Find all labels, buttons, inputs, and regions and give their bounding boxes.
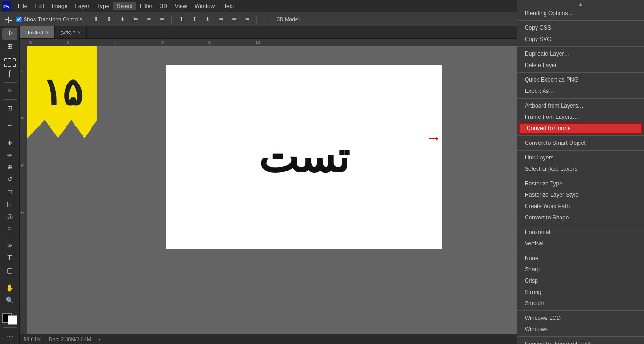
- show-transform-checkbox[interactable]: Show Transform Controls: [16, 17, 82, 22]
- ctx-copy-svg[interactable]: Copy SVG: [517, 34, 644, 45]
- ctx-crisp[interactable]: Crisp: [517, 275, 644, 286]
- menu-file[interactable]: File: [14, 2, 31, 10]
- eraser-tool[interactable]: ◻: [2, 186, 17, 197]
- distribute-left[interactable]: ⬅: [215, 14, 226, 25]
- ctx-horizontal[interactable]: Horizontal: [517, 227, 644, 238]
- menu-image[interactable]: Image: [48, 2, 71, 10]
- zoom-tool[interactable]: 🔍: [2, 294, 17, 306]
- ctx-strong[interactable]: Strong: [517, 286, 644, 298]
- align-right[interactable]: ➡: [156, 14, 167, 25]
- ctx-smooth[interactable]: Smooth: [517, 298, 644, 309]
- align-vcenter[interactable]: ⬆: [103, 14, 115, 25]
- ctx-vertical[interactable]: Vertical: [517, 238, 644, 249]
- eyedropper-tool[interactable]: ✒: [2, 120, 17, 131]
- align-bottom[interactable]: ⬇: [116, 14, 128, 25]
- ctx-create-work-path[interactable]: Create Work Path: [517, 201, 644, 212]
- svg-rect-3: [20, 46, 27, 334]
- menu-help[interactable]: Help: [218, 2, 238, 10]
- ctx-windows-lcd[interactable]: Windows LCD: [517, 312, 644, 324]
- ctx-convert-to-paragraph-text[interactable]: Convert to Paragraph Text: [517, 338, 644, 344]
- menu-3d[interactable]: 3D: [156, 2, 171, 10]
- svg-rect-2: [20, 39, 472, 46]
- distribute-vcenter[interactable]: ⬆: [189, 14, 200, 25]
- ctx-export-as[interactable]: Export As…: [517, 85, 644, 97]
- tab-close-untitled[interactable]: ×: [46, 30, 49, 35]
- distribute-right[interactable]: ➡: [241, 14, 253, 25]
- align-left[interactable]: ⬅: [130, 14, 141, 25]
- ctx-none[interactable]: None: [517, 252, 644, 264]
- text-tool[interactable]: T: [2, 252, 17, 264]
- ctx-windows[interactable]: Windows: [517, 324, 644, 335]
- history-tool[interactable]: ↺: [2, 174, 17, 185]
- magic-wand-tool[interactable]: ✧: [2, 85, 17, 96]
- ctx-rasterize-layer-style[interactable]: Rasterize Layer Style: [517, 189, 644, 201]
- ctx-scroll-up[interactable]: ▲: [517, 0, 644, 8]
- hand-tool[interactable]: ✋: [2, 282, 17, 294]
- distribute-top[interactable]: ⬆: [175, 14, 187, 25]
- doc-size: Doc: 2.88M/2.84M: [49, 336, 91, 342]
- heal-tool[interactable]: ✚: [2, 137, 17, 149]
- tool-sep-4: [3, 117, 17, 117]
- dodge-tool[interactable]: ○: [2, 223, 17, 234]
- canvas-document: تست: [166, 65, 442, 249]
- ctx-frame-from-layers[interactable]: Frame from Layers…: [517, 111, 644, 123]
- tab-untitled[interactable]: Untitled ×: [20, 26, 55, 38]
- gradient-tool[interactable]: ▦: [2, 198, 17, 210]
- app-logo: Ps: [2, 1, 11, 11]
- background-color[interactable]: [8, 315, 17, 325]
- artboard-tool[interactable]: ⊞: [2, 41, 17, 52]
- blur-tool[interactable]: ◎: [2, 210, 17, 222]
- badge-number: ۱۵: [42, 70, 83, 114]
- move-tool[interactable]: [2, 28, 17, 40]
- menu-window[interactable]: Window: [191, 2, 219, 10]
- ctx-sep-2: [517, 46, 644, 47]
- shape-tool[interactable]: ▢: [2, 265, 17, 276]
- menu-select[interactable]: Select: [113, 2, 136, 10]
- align-hcenter[interactable]: ⬅: [143, 14, 154, 25]
- nav-arrow[interactable]: ›: [99, 336, 100, 342]
- arrow-indicator: →: [426, 129, 441, 147]
- tool-sep-5: [3, 134, 17, 134]
- crop-tool[interactable]: ⊡: [2, 102, 17, 114]
- ctx-sharp[interactable]: Sharp: [517, 264, 644, 275]
- distribute-hcenter[interactable]: ⬅: [228, 14, 239, 25]
- lasso-tool[interactable]: ∫: [2, 68, 17, 79]
- tab-v8[interactable]: (V/8) * ×: [55, 26, 87, 38]
- distribute-bottom[interactable]: ⬇: [202, 14, 213, 25]
- menu-edit[interactable]: Edit: [31, 2, 48, 10]
- tool-sep-2: [3, 82, 17, 83]
- yellow-badge: ۱۵: [27, 46, 97, 138]
- ctx-rasterize-type[interactable]: Rasterize Type: [517, 178, 644, 189]
- move-tool-option[interactable]: [3, 14, 14, 25]
- canvas-area: Untitled × (V/8) * × // ruler ticks draw…: [20, 26, 527, 344]
- toolbar-separator-3: [256, 15, 257, 24]
- menu-layer[interactable]: Layer: [71, 2, 93, 10]
- ctx-artboard-from-layers[interactable]: Artboard from Layers…: [517, 100, 644, 111]
- ctx-link-layers[interactable]: Link Layers: [517, 152, 644, 163]
- menu-view[interactable]: View: [171, 2, 191, 10]
- ctx-convert-to-smart-object[interactable]: Convert to Smart Object: [517, 137, 644, 149]
- clone-tool[interactable]: ⊕: [2, 161, 17, 173]
- tab-close-v8[interactable]: ×: [78, 30, 81, 35]
- context-menu: ▲ Blending Options… Copy CSS Copy SVG Du…: [517, 0, 644, 344]
- ctx-select-linked-layers[interactable]: Select Linked Layers: [517, 163, 644, 175]
- ctx-delete-layer[interactable]: Delete Layer: [517, 59, 644, 71]
- ctx-blending-options[interactable]: Blending Options…: [517, 8, 644, 19]
- ctx-convert-to-shape[interactable]: Convert to Shape: [517, 212, 644, 223]
- menu-type[interactable]: Type: [93, 2, 113, 10]
- ctx-quick-export-png[interactable]: Quick Export as PNG: [517, 74, 644, 85]
- rect-select-tool[interactable]: [4, 58, 16, 67]
- ruler-horizontal: // ruler ticks drawn via JS below 0 2 4 …: [20, 39, 527, 46]
- canvas-container: 1 3 5 7 ۱۵ تست: [20, 46, 527, 334]
- extra-tools[interactable]: ⋯: [2, 331, 17, 342]
- brush-tool[interactable]: ✏: [2, 150, 17, 161]
- more-options[interactable]: ...: [261, 14, 272, 25]
- ctx-duplicate-layer[interactable]: Duplicate Layer…: [517, 48, 644, 59]
- tool-sep-6: [3, 237, 17, 237]
- align-top[interactable]: ⬆: [90, 14, 101, 25]
- ctx-convert-to-frame[interactable]: Convert to Frame: [519, 123, 642, 134]
- pen-tool[interactable]: ✑: [2, 240, 17, 252]
- menu-filter[interactable]: Filter: [136, 2, 157, 10]
- ctx-copy-css[interactable]: Copy CSS: [517, 22, 644, 34]
- tool-panel: ⊞ ∫ ✧ ⊡ ✒ ✚ ✏ ⊕ ↺ ◻ ▦ ◎ ○ ✑ T ▢ ✋ 🔍 ⋯: [0, 26, 20, 344]
